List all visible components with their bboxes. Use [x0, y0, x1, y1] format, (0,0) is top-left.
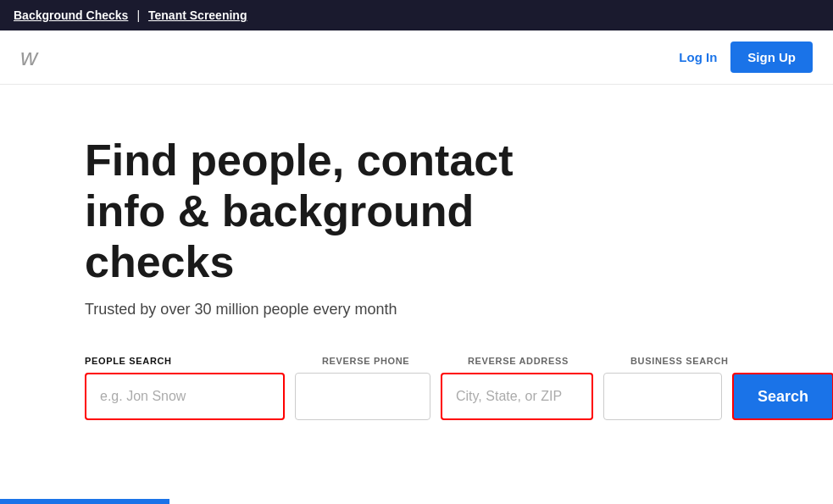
tab-label-business: BUSINESS SEARCH	[630, 352, 759, 368]
tab-people-label[interactable]: PEOPLE SEARCH	[85, 356, 172, 366]
bottom-progress-bar	[0, 499, 169, 504]
search-inputs-row: Search	[85, 373, 780, 420]
search-button[interactable]: Search	[732, 373, 833, 420]
phone-search-input[interactable]	[295, 373, 430, 420]
header: w Log In Sign Up	[0, 30, 833, 85]
top-bar: Background Checks | Tenant Screening	[0, 0, 833, 30]
tab-business-label[interactable]: BUSINESS SEARCH	[630, 356, 729, 366]
login-button[interactable]: Log In	[679, 50, 717, 64]
top-bar-divider: |	[136, 8, 140, 22]
address-search-input[interactable]	[441, 373, 593, 420]
background-checks-link[interactable]: Background Checks	[14, 8, 128, 22]
logo: w	[20, 44, 37, 71]
hero-section: Find people, contact info & background c…	[0, 85, 833, 504]
tenant-screening-link[interactable]: Tenant Screening	[148, 8, 247, 22]
search-container: PEOPLE SEARCH REVERSE PHONE REVERSE ADDR…	[85, 352, 780, 420]
business-search-input[interactable]	[603, 373, 722, 420]
signup-button[interactable]: Sign Up	[730, 42, 813, 73]
tab-label-people: PEOPLE SEARCH	[85, 352, 322, 368]
search-tabs-row: PEOPLE SEARCH REVERSE PHONE REVERSE ADDR…	[85, 352, 780, 368]
hero-title: Find people, contact info & background c…	[85, 136, 559, 287]
tab-phone-label[interactable]: REVERSE PHONE	[322, 356, 409, 366]
tab-address-label[interactable]: REVERSE ADDRESS	[468, 356, 569, 366]
name-search-input[interactable]	[85, 373, 285, 420]
tab-label-address: REVERSE ADDRESS	[468, 352, 630, 368]
header-actions: Log In Sign Up	[679, 42, 813, 73]
tab-label-phone: REVERSE PHONE	[322, 352, 468, 368]
hero-subtitle: Trusted by over 30 million people every …	[85, 301, 833, 318]
